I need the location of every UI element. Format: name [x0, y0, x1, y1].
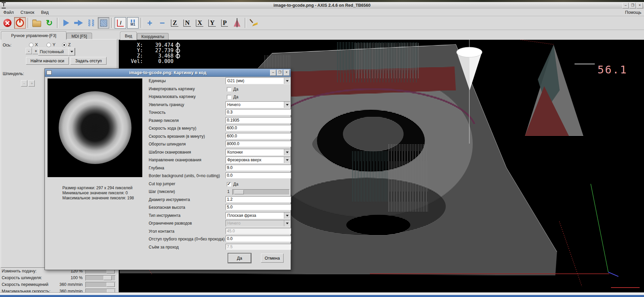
ok-button[interactable]: Да	[228, 254, 251, 263]
tolerance-input[interactable]	[226, 109, 291, 115]
dialog-close-button[interactable]: ×	[284, 70, 290, 76]
spindle-speed-input[interactable]	[226, 141, 291, 147]
rotate-icon	[234, 19, 240, 27]
roughing-offset-input[interactable]	[226, 236, 291, 242]
tool-type-combo[interactable]: Плоская фреза	[226, 212, 290, 219]
tab-manual-control[interactable]: Ручное управление-[F3]	[1, 31, 66, 40]
homed-icon	[176, 48, 180, 53]
dialog-title: image-to-gcode.png: Картинку в код	[45, 70, 291, 75]
status-bar	[0, 292, 644, 295]
view-z-button[interactable]: Z	[169, 17, 180, 29]
open-folder-icon	[32, 21, 41, 27]
view-z-icon: Z	[171, 20, 178, 27]
scan-pattern-combo[interactable]: Колонки	[226, 149, 290, 156]
estop-button[interactable]	[2, 17, 13, 29]
machine-power-button[interactable]	[14, 17, 26, 29]
radio-icon	[62, 43, 66, 47]
slider-handle[interactable]	[234, 190, 244, 194]
jog-mode-combo[interactable]: Постоянный	[38, 48, 75, 56]
cut-top-jumper-checkbox[interactable]: Да	[227, 181, 238, 188]
pause-button[interactable]	[85, 17, 97, 29]
invert-image-checkbox[interactable]: Да	[227, 86, 238, 93]
tab-mdi[interactable]: MDI [F5]	[66, 33, 92, 40]
toolbar-separator	[111, 18, 113, 28]
view-x-button[interactable]: X	[194, 17, 205, 29]
pixel-size-input[interactable]	[226, 117, 291, 123]
window-titlebar[interactable]: image-to-gcode.png - AXIS 2.4.6 on Red_T…	[0, 2, 644, 9]
rotate-view-button[interactable]	[231, 17, 243, 29]
toolbar-separator	[245, 18, 246, 28]
safety-height-input[interactable]	[226, 204, 291, 210]
checkbox-icon	[227, 87, 231, 92]
image-to-gcode-dialog: image-to-gcode.png: Картинку в код – ❐ ×…	[45, 68, 291, 270]
maximize-button[interactable]: ❐	[630, 3, 636, 8]
tool-diameter-input[interactable]	[226, 196, 291, 202]
border-background-input[interactable]	[226, 172, 291, 178]
contact-angle-input	[226, 228, 291, 234]
jog-minus-button[interactable]: -	[26, 48, 32, 54]
cancel-button[interactable]: Отмена	[261, 254, 284, 263]
dro-x: X: 39.474	[131, 42, 180, 48]
spindle-override-slider[interactable]	[85, 275, 116, 281]
homed-icon	[176, 54, 180, 58]
depth-input[interactable]	[226, 165, 291, 171]
feed-rate-input[interactable]	[226, 125, 291, 131]
plunge-rate-input[interactable]	[226, 133, 291, 139]
minimize-button[interactable]: –	[622, 3, 629, 8]
run-program-button[interactable]	[73, 17, 84, 29]
touch-off-button[interactable]: Задать отступ	[70, 57, 107, 65]
spindle-label: Шпиндель:	[3, 71, 24, 76]
step-icon	[63, 20, 69, 26]
axis-x-radio[interactable]: X	[29, 42, 38, 47]
taskbar-strip	[0, 295, 644, 297]
zoom-out-button[interactable]: −	[156, 17, 168, 29]
open-file-button[interactable]	[31, 17, 42, 29]
stop-button[interactable]	[98, 17, 109, 29]
radio-icon	[29, 43, 33, 47]
dialog-titlebar[interactable]: image-to-gcode.png: Картинку в код – ❐ ×	[45, 69, 291, 77]
spindle-override-value: 100 %	[71, 275, 83, 280]
step-slider[interactable]	[232, 189, 290, 195]
reload-button[interactable]: ↻	[43, 17, 55, 29]
power-icon	[16, 19, 24, 27]
extend-border-combo[interactable]: Ничего	[226, 101, 290, 108]
menu-machine[interactable]: Станок	[21, 10, 34, 15]
dialog-minimize-button[interactable]: –	[270, 70, 276, 76]
tab-dro[interactable]: Координаты	[137, 33, 169, 40]
checkbox-icon	[227, 182, 231, 187]
normalize-image-checkbox[interactable]: Да	[227, 94, 238, 100]
window-title: image-to-gcode.png - AXIS 2.4.6 on Red_T…	[0, 3, 644, 8]
skip-lines-button[interactable]: /	[115, 17, 126, 29]
zoom-in-button[interactable]: +	[144, 17, 155, 29]
view-perspective-icon: P	[221, 20, 228, 27]
menu-file[interactable]: Файл	[3, 10, 14, 15]
home-axis-button[interactable]: Найти начало оси	[26, 57, 69, 65]
run-step-button[interactable]	[60, 17, 72, 29]
menu-view[interactable]: Вид	[41, 10, 49, 15]
axis-z-radio[interactable]: Z	[62, 42, 71, 47]
clear-plot-button[interactable]	[248, 17, 260, 29]
checkbox-icon	[227, 95, 231, 99]
chevron-down-icon	[284, 220, 290, 226]
optional-stop-button[interactable]: M1	[127, 17, 139, 29]
view-perspective-button[interactable]: P	[219, 17, 230, 29]
view-y-icon: Y	[208, 20, 216, 27]
view-x-icon: X	[196, 20, 204, 27]
spindle-minus-button[interactable]: -	[21, 80, 27, 87]
spindle-plus-button[interactable]: +	[28, 80, 35, 87]
slider-handle[interactable]	[104, 276, 112, 280]
axis-y-radio[interactable]: Y	[47, 42, 55, 47]
tab-preview[interactable]: Вид	[120, 32, 137, 40]
chevron-down-icon	[68, 48, 75, 56]
units-combo[interactable]: G21 (мм)	[226, 77, 290, 84]
toolbar-separator	[28, 18, 29, 28]
slider-handle[interactable]	[107, 283, 115, 287]
chevron-down-icon	[284, 157, 290, 163]
dialog-maximize-button[interactable]: ❐	[277, 70, 283, 76]
close-button[interactable]: ×	[637, 3, 643, 8]
view-y-button[interactable]: Y	[206, 17, 218, 29]
jog-speed-slider[interactable]	[85, 282, 116, 288]
view-z-rotated-button[interactable]: N	[181, 17, 193, 29]
scan-direction-combo[interactable]: Фрезеровка вверх	[226, 157, 290, 163]
menu-help[interactable]: Помощь	[625, 10, 641, 15]
